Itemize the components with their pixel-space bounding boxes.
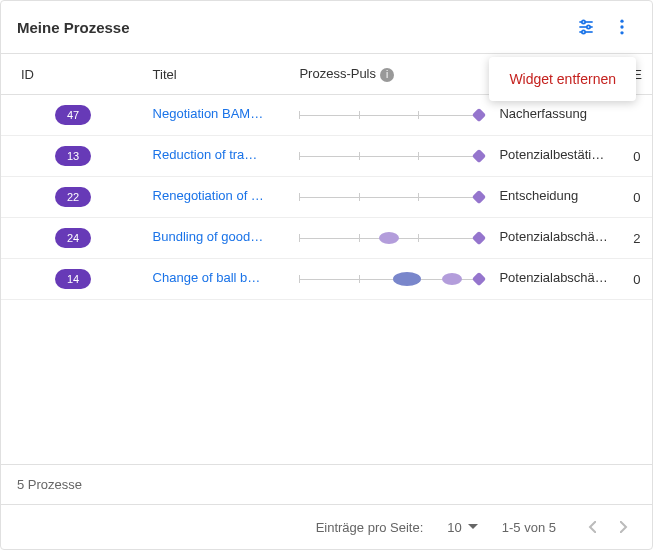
status-text: Entscheidung — [499, 188, 578, 203]
more-icon[interactable] — [608, 13, 636, 41]
svg-point-3 — [582, 20, 585, 23]
page-range: 1-5 von 5 — [502, 520, 556, 535]
title-link[interactable]: Renegotiation of … — [153, 188, 264, 203]
status-text: Potenzialabschä… — [499, 229, 607, 244]
svg-point-5 — [582, 30, 585, 33]
title-link[interactable]: Change of ball b… — [153, 270, 261, 285]
process-pulse — [299, 228, 479, 248]
title-link[interactable]: Negotiation BAM… — [153, 106, 264, 121]
process-pulse — [299, 105, 479, 125]
table-container: ID Titel Prozess-Pulsi E 47 Negotiation … — [1, 53, 652, 464]
id-badge: 24 — [55, 228, 91, 248]
row-count: 5 Prozesse — [1, 464, 652, 504]
title-link[interactable]: Bundling of good… — [153, 229, 264, 244]
id-badge: 22 — [55, 187, 91, 207]
table-row[interactable]: 14 Change of ball b… Potenzialabschä… 0 — [1, 259, 652, 300]
status-text: Nacherfassung — [499, 106, 586, 121]
extra-value: 0 — [633, 190, 640, 205]
svg-point-4 — [587, 25, 590, 28]
remove-widget-item[interactable]: Widget entfernen — [489, 61, 636, 97]
page-size-select[interactable]: 10 — [447, 520, 477, 535]
page-nav — [580, 515, 636, 539]
status-text: Potenzialabschä… — [499, 270, 607, 285]
context-menu: Widget entfernen — [489, 57, 636, 101]
id-badge: 13 — [55, 146, 91, 166]
info-icon[interactable]: i — [380, 68, 394, 82]
extra-value: 2 — [633, 231, 640, 246]
status-text: Potenzialbestäti… — [499, 147, 604, 162]
svg-point-8 — [620, 31, 623, 34]
page-size-value: 10 — [447, 520, 461, 535]
prev-page-button[interactable] — [580, 515, 604, 539]
id-badge: 14 — [55, 269, 91, 289]
svg-point-6 — [620, 20, 623, 23]
widget-title: Meine Prozesse — [17, 19, 130, 36]
chevron-down-icon — [468, 524, 478, 530]
process-pulse — [299, 269, 479, 289]
table-row[interactable]: 22 Renegotiation of … Entscheidung 0 — [1, 177, 652, 218]
col-header-puls-label: Prozess-Puls — [299, 66, 376, 81]
widget-header: Meine Prozesse — [1, 1, 652, 53]
process-pulse — [299, 146, 479, 166]
paginator: Einträge pro Seite: 10 1-5 von 5 — [1, 504, 652, 549]
extra-value: 0 — [633, 149, 640, 164]
header-actions — [572, 13, 636, 41]
table-row[interactable]: 24 Bundling of good… Potenzialabschä… 2 — [1, 218, 652, 259]
col-header-titel[interactable]: Titel — [143, 54, 290, 95]
next-page-button[interactable] — [612, 515, 636, 539]
title-link[interactable]: Reduction of tra… — [153, 147, 258, 162]
extra-value: 0 — [633, 272, 640, 287]
col-header-id[interactable]: ID — [1, 54, 143, 95]
settings-icon[interactable] — [572, 13, 600, 41]
page-size-label: Einträge pro Seite: — [316, 520, 424, 535]
id-badge: 47 — [55, 105, 91, 125]
process-pulse — [299, 187, 479, 207]
widget-card: Meine Prozesse Widget entfernen ID Titel… — [0, 0, 653, 550]
col-header-puls[interactable]: Prozess-Pulsi — [289, 54, 489, 95]
svg-point-7 — [620, 25, 623, 28]
table-row[interactable]: 13 Reduction of tra… Potenzialbestäti… 0 — [1, 136, 652, 177]
